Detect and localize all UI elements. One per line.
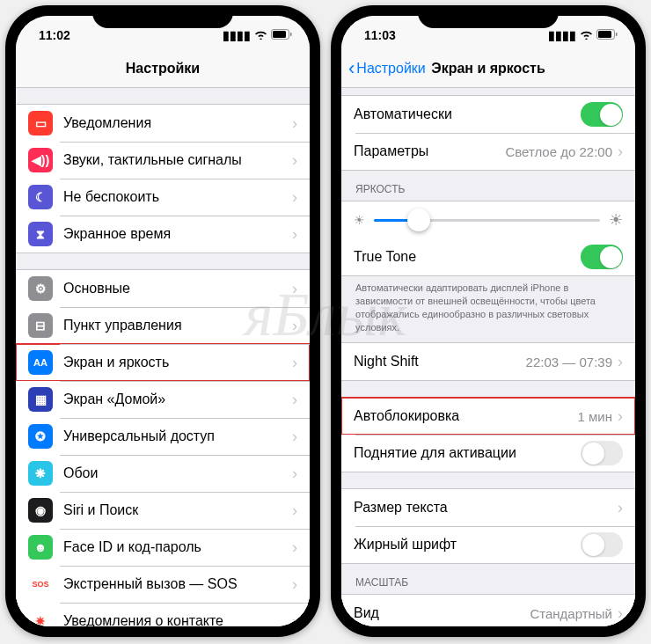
- battery-icon: [596, 28, 618, 42]
- sun-large-icon: ☀︎: [609, 210, 623, 230]
- screen-right: 11:03 ▮▮▮▮ ‹ Настройки Экран и яркость: [341, 16, 635, 626]
- page-title: Экран и яркость: [431, 61, 545, 77]
- row-label: Вид: [354, 605, 530, 621]
- back-label: Настройки: [356, 61, 425, 77]
- status-time: 11:02: [39, 28, 70, 42]
- sidebar-item-general[interactable]: ⚙Основные›: [16, 270, 310, 307]
- sidebar-item-access[interactable]: ✪Универсальный доступ›: [16, 418, 310, 455]
- chevron-right-icon: ›: [292, 501, 297, 520]
- row-nightshift[interactable]: Night Shift 22:03 — 07:39 ›: [341, 343, 635, 380]
- row-label: Уведомления: [63, 115, 292, 131]
- row-value: Стандартный: [530, 606, 612, 621]
- row-truetone[interactable]: True Tone: [341, 238, 635, 275]
- row-label: Размер текста: [354, 500, 618, 516]
- truetone-footer: Автоматически адаптировать дисплей iPhon…: [341, 276, 635, 337]
- row-label: Экранное время: [63, 226, 292, 242]
- chevron-right-icon: ›: [618, 353, 623, 371]
- sidebar-item-display[interactable]: AAЭкран и яркость›: [16, 344, 310, 381]
- sidebar-item-notif[interactable]: ▭Уведомления›: [16, 105, 310, 142]
- row-raise[interactable]: Поднятие для активации: [341, 435, 635, 472]
- row-label: Экстренный вызов — SOS: [63, 576, 292, 592]
- signal-icon: ▮▮▮▮: [223, 28, 251, 42]
- row-automatic[interactable]: Автоматически: [341, 96, 635, 133]
- settings-list[interactable]: ▭Уведомления›◀︎))Звуки, тактильные сигна…: [16, 88, 310, 626]
- row-label: True Tone: [354, 249, 581, 265]
- row-label: Экран и яркость: [63, 355, 292, 370]
- row-label: Night Shift: [354, 354, 526, 370]
- sound-icon: ◀︎)): [28, 148, 53, 172]
- nav-bar: ‹ Настройки Экран и яркость: [341, 49, 635, 88]
- status-time: 11:03: [364, 28, 396, 42]
- sidebar-item-exposure[interactable]: ✷Уведомления о контакте›: [16, 603, 310, 626]
- chevron-right-icon: ›: [292, 317, 297, 335]
- chevron-right-icon: ›: [292, 354, 297, 372]
- row-label: Автоблокировка: [354, 408, 578, 424]
- settings-group-1: ▭Уведомления›◀︎))Звуки, тактильные сигна…: [16, 104, 310, 253]
- svg-rect-4: [598, 31, 611, 38]
- chevron-right-icon: ›: [292, 428, 297, 446]
- sidebar-item-sound[interactable]: ◀︎))Звуки, тактильные сигналы›: [16, 142, 310, 179]
- svg-rect-1: [273, 31, 286, 38]
- row-value: Светлое до 22:00: [505, 144, 612, 159]
- text-group: Размер текста › Жирный шрифт: [341, 488, 635, 564]
- row-label: Пункт управления: [63, 318, 292, 333]
- sun-small-icon: ☀︎: [354, 213, 365, 227]
- brightness-group: ☀︎ ☀︎ True Tone: [341, 201, 635, 276]
- row-textsize[interactable]: Размер текста ›: [341, 489, 635, 526]
- row-label: Уведомления о контакте: [63, 613, 292, 626]
- sidebar-item-sos[interactable]: SOSЭкстренный вызов — SOS›: [16, 566, 310, 603]
- screentime-icon: ⧗: [28, 222, 53, 246]
- chevron-right-icon: ›: [618, 407, 623, 426]
- chevron-right-icon: ›: [292, 114, 297, 133]
- row-label: Параметры: [354, 143, 505, 159]
- display-icon: AA: [28, 350, 53, 375]
- wifi-icon: [580, 28, 593, 42]
- sidebar-item-screentime[interactable]: ⧗Экранное время›: [16, 216, 310, 252]
- screen-left: 11:02 ▮▮▮▮ Настройки ▭Уведомления›◀︎))Зв…: [16, 16, 310, 626]
- settings-group-2: ⚙Основные›⊟Пункт управления›AAЭкран и яр…: [16, 269, 310, 626]
- toggle-truetone[interactable]: [581, 245, 623, 269]
- chevron-right-icon: ›: [618, 499, 623, 517]
- wifi-icon: [254, 28, 267, 42]
- row-view[interactable]: Вид Стандартный ›: [341, 595, 635, 626]
- zoom-header: МАСШТАБ: [341, 564, 635, 594]
- row-label: Siri и Поиск: [63, 502, 292, 518]
- siri-icon: ◉: [28, 498, 53, 523]
- svg-rect-2: [290, 33, 292, 36]
- row-bold[interactable]: Жирный шрифт: [341, 526, 635, 563]
- signal-icon: ▮▮▮▮: [548, 28, 576, 42]
- row-parameters[interactable]: Параметры Светлое до 22:00 ›: [341, 133, 635, 170]
- row-autolock[interactable]: Автоблокировка 1 мин ›: [341, 398, 635, 435]
- sidebar-item-wall[interactable]: ❋Обои›: [16, 455, 310, 492]
- home-icon: ▦: [28, 387, 53, 412]
- sidebar-item-faceid[interactable]: ☻Face ID и код-пароль›: [16, 529, 310, 566]
- sidebar-item-home[interactable]: ▦Экран «Домой»›: [16, 381, 310, 418]
- brightness-slider-row: ☀︎ ☀︎: [341, 201, 635, 238]
- phone-left: 11:02 ▮▮▮▮ Настройки ▭Уведомления›◀︎))Зв…: [5, 5, 320, 637]
- status-icons: ▮▮▮▮: [548, 28, 618, 42]
- chevron-right-icon: ›: [292, 575, 297, 594]
- brightness-slider[interactable]: [374, 219, 600, 222]
- chevron-right-icon: ›: [618, 143, 623, 161]
- toggle-raise[interactable]: [581, 441, 623, 465]
- lock-group: Автоблокировка 1 мин › Поднятие для акти…: [341, 397, 635, 472]
- battery-icon: [271, 28, 292, 42]
- chevron-right-icon: ›: [292, 391, 297, 409]
- phone-right: 11:03 ▮▮▮▮ ‹ Настройки Экран и яркость: [331, 5, 646, 637]
- display-settings[interactable]: Автоматически Параметры Светлое до 22:00…: [341, 88, 635, 626]
- sidebar-item-siri[interactable]: ◉Siri и Поиск›: [16, 492, 310, 529]
- toggle-automatic[interactable]: [581, 102, 623, 127]
- slider-thumb[interactable]: [407, 209, 430, 231]
- faceid-icon: ☻: [28, 535, 53, 560]
- row-label: Звуки, тактильные сигналы: [63, 152, 292, 168]
- page-title: Настройки: [126, 61, 200, 77]
- row-label: Автоматически: [354, 106, 581, 122]
- row-label: Жирный шрифт: [354, 537, 581, 553]
- sidebar-item-control[interactable]: ⊟Пункт управления›: [16, 307, 310, 344]
- back-button[interactable]: ‹ Настройки: [348, 59, 426, 78]
- chevron-right-icon: ›: [292, 151, 297, 170]
- chevron-right-icon: ›: [292, 225, 297, 244]
- toggle-bold[interactable]: [581, 532, 623, 557]
- sidebar-item-dnd[interactable]: ☾Не беспокоить›: [16, 179, 310, 216]
- sos-icon: SOS: [28, 572, 53, 596]
